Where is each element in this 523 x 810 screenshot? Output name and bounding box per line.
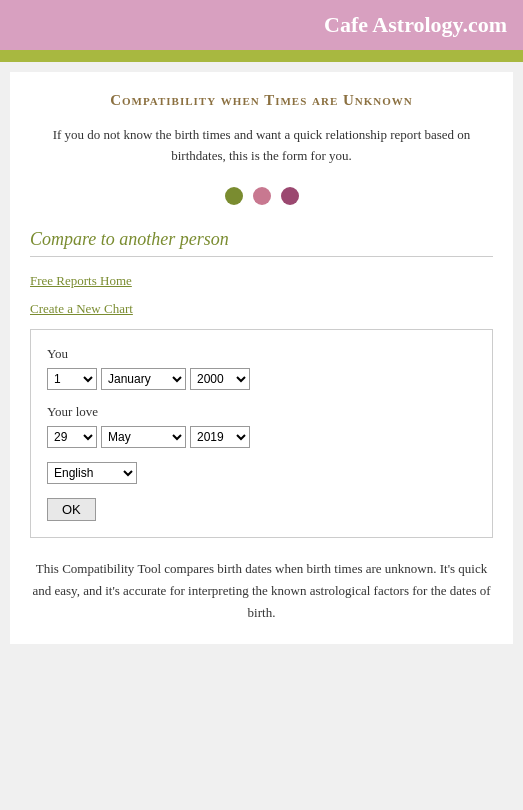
compatibility-form: You 12345 678910 1112131415 1617181920 2… <box>30 329 493 538</box>
language-row: English Spanish French German <box>47 462 476 484</box>
love-month-select[interactable]: JanuaryFebruaryMarch AprilMayJune JulyAu… <box>101 426 186 448</box>
you-label: You <box>47 346 476 362</box>
green-accent-bar <box>0 50 523 62</box>
section-heading: Compare to another person <box>30 229 493 257</box>
love-year-select[interactable]: 201620172018 201920202021 <box>190 426 250 448</box>
love-date-row: 12345 678910 1112131415 1617181920 21222… <box>47 426 476 448</box>
intro-text: If you do not know the birth times and w… <box>30 125 493 167</box>
ok-button[interactable]: OK <box>47 498 96 521</box>
you-year-select[interactable]: 199819992000 2001200220032004 2005200620… <box>190 368 250 390</box>
love-label: Your love <box>47 404 476 420</box>
site-title: Cafe Astrology.com <box>324 12 507 37</box>
bottom-description: This Compatibility Tool compares birth d… <box>30 558 493 624</box>
love-day-select[interactable]: 12345 678910 1112131415 1617181920 21222… <box>47 426 97 448</box>
language-select[interactable]: English Spanish French German <box>47 462 137 484</box>
main-content: Compatibility when Times are Unknown If … <box>10 72 513 644</box>
dot-pink <box>253 187 271 205</box>
you-date-row: 12345 678910 1112131415 1617181920 21222… <box>47 368 476 390</box>
you-month-select[interactable]: JanuaryFebruaryMarch AprilMayJune JulyAu… <box>101 368 186 390</box>
page-title: Compatibility when Times are Unknown <box>30 92 493 109</box>
dot-mauve <box>281 187 299 205</box>
decorative-dots <box>30 187 493 205</box>
dot-olive <box>225 187 243 205</box>
free-reports-home-link[interactable]: Free Reports Home <box>30 273 493 289</box>
site-header: Cafe Astrology.com <box>0 0 523 50</box>
create-new-chart-link[interactable]: Create a New Chart <box>30 301 493 317</box>
you-day-select[interactable]: 12345 678910 1112131415 1617181920 21222… <box>47 368 97 390</box>
